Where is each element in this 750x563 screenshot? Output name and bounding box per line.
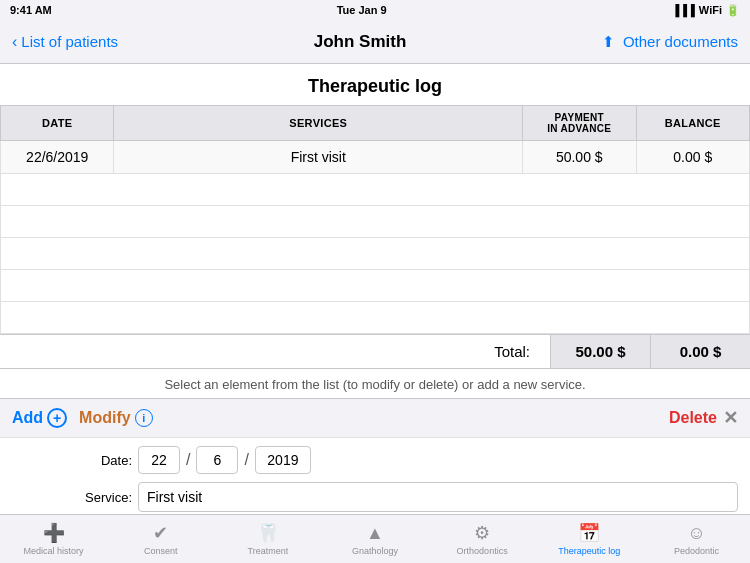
nav-bar: ‹ List of patients John Smith ⬆ Other do…	[0, 20, 750, 64]
tab-consent-label: Consent	[144, 546, 178, 556]
status-date: Tue Jan 9	[337, 4, 387, 16]
therapeutic-log-icon: 📅	[578, 522, 600, 544]
tab-therapeutic-log-label: Therapeutic log	[558, 546, 620, 556]
delete-button[interactable]: Delete ✕	[669, 407, 738, 429]
chevron-left-icon: ‹	[12, 33, 17, 51]
service-label: Service:	[12, 490, 132, 505]
action-bar: Add + Modify i Delete ✕	[0, 398, 750, 437]
info-icon: i	[135, 409, 153, 427]
col-header-services: SERVICES	[114, 106, 523, 141]
select-hint: Select an element from the list (to modi…	[0, 369, 750, 398]
slash-1: /	[186, 451, 190, 469]
table-empty-row-2	[1, 206, 750, 238]
plus-icon: +	[47, 408, 67, 428]
tab-treatment[interactable]: 🦷 Treatment	[214, 515, 321, 563]
therapeutic-log-table: DATE SERVICES PAYMENTIN ADVANCE BALANCE …	[0, 105, 750, 334]
page-title: Therapeutic log	[0, 64, 750, 105]
cell-date: 22/6/2019	[1, 141, 114, 174]
medical-history-icon: ➕	[43, 522, 65, 544]
pedodontic-icon: ☺	[687, 523, 705, 544]
consent-icon: ✔	[153, 522, 168, 544]
treatment-icon: 🦷	[257, 522, 279, 544]
x-icon: ✕	[723, 407, 738, 429]
share-icon: ⬆	[602, 33, 615, 51]
status-time: 9:41 AM	[10, 4, 52, 16]
tab-orthodontics-label: Orthodontics	[457, 546, 508, 556]
col-header-balance: BALANCE	[636, 106, 750, 141]
other-docs-button[interactable]: ⬆ Other documents	[602, 33, 738, 51]
table-row[interactable]: 22/6/2019 First visit 50.00 $ 0.00 $	[1, 141, 750, 174]
service-input[interactable]	[138, 482, 738, 512]
cell-service: First visit	[114, 141, 523, 174]
gnathology-icon: ▲	[366, 523, 384, 544]
tab-bar: ➕ Medical history ✔ Consent 🦷 Treatment …	[0, 514, 750, 563]
status-icons: ▐▐▐ WiFi 🔋	[671, 4, 740, 17]
status-bar: 9:41 AM Tue Jan 9 ▐▐▐ WiFi 🔋	[0, 0, 750, 20]
year-input[interactable]	[255, 446, 311, 474]
tab-treatment-label: Treatment	[248, 546, 289, 556]
service-row: Service:	[12, 482, 738, 512]
tab-orthodontics[interactable]: ⚙ Orthodontics	[429, 515, 536, 563]
month-input[interactable]	[196, 446, 238, 474]
patient-name: John Smith	[314, 32, 407, 52]
total-row: Total: 50.00 $ 0.00 $	[0, 334, 750, 369]
modify-label: Modify	[79, 409, 131, 427]
total-payment-value: 50.00 $	[550, 335, 650, 368]
tab-medical-history-label: Medical history	[24, 546, 84, 556]
table-empty-row-3	[1, 238, 750, 270]
modify-button[interactable]: Modify i	[79, 409, 153, 427]
day-input[interactable]	[138, 446, 180, 474]
col-header-date: DATE	[1, 106, 114, 141]
total-balance-value: 0.00 $	[650, 335, 750, 368]
tab-gnathology-label: Gnathology	[352, 546, 398, 556]
tab-consent[interactable]: ✔ Consent	[107, 515, 214, 563]
app-container: 9:41 AM Tue Jan 9 ▐▐▐ WiFi 🔋 ‹ List of p…	[0, 0, 750, 563]
delete-label: Delete	[669, 409, 717, 427]
total-label: Total:	[474, 335, 550, 368]
add-button[interactable]: Add +	[12, 408, 67, 428]
back-label: List of patients	[21, 33, 118, 50]
date-label: Date:	[12, 453, 132, 468]
other-docs-label: Other documents	[623, 33, 738, 50]
date-row: Date: / /	[12, 446, 738, 474]
tab-gnathology[interactable]: ▲ Gnathology	[321, 515, 428, 563]
cell-balance: 0.00 $	[636, 141, 750, 174]
signal-icon: ▐▐▐	[671, 4, 694, 16]
table-empty-row-4	[1, 270, 750, 302]
battery-icon: 🔋	[726, 4, 740, 17]
content-area: Therapeutic log DATE SERVICES PAYMENTIN …	[0, 64, 750, 563]
tab-pedodontic-label: Pedodontic	[674, 546, 719, 556]
col-header-payment: PAYMENTIN ADVANCE	[523, 106, 636, 141]
table-empty-row-5	[1, 302, 750, 334]
wifi-icon: WiFi	[699, 4, 722, 16]
slash-2: /	[244, 451, 248, 469]
tab-pedodontic[interactable]: ☺ Pedodontic	[643, 515, 750, 563]
back-button[interactable]: ‹ List of patients	[12, 33, 118, 51]
orthodontics-icon: ⚙	[474, 522, 490, 544]
cell-payment: 50.00 $	[523, 141, 636, 174]
add-label: Add	[12, 409, 43, 427]
tab-medical-history[interactable]: ➕ Medical history	[0, 515, 107, 563]
tab-therapeutic-log[interactable]: 📅 Therapeutic log	[536, 515, 643, 563]
table-empty-row-1	[1, 174, 750, 206]
